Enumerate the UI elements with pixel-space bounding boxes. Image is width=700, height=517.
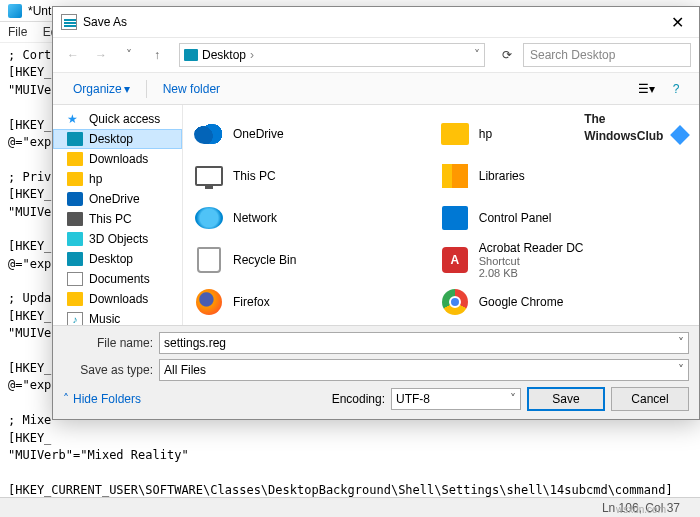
filename-input[interactable]: settings.reg ˅ bbox=[159, 332, 689, 354]
search-placeholder: Search Desktop bbox=[530, 48, 615, 62]
tree-item-quick-access[interactable]: ★Quick access bbox=[53, 109, 182, 129]
new-folder-label: New folder bbox=[163, 82, 220, 96]
tree-item-desktop[interactable]: Desktop bbox=[53, 129, 182, 149]
item-name: Recycle Bin bbox=[233, 253, 296, 267]
organize-button[interactable]: Organize ▾ bbox=[65, 79, 138, 99]
back-button[interactable]: ← bbox=[61, 43, 85, 67]
item-name: Acrobat Reader DC bbox=[479, 241, 584, 255]
list-item[interactable]: Firefox bbox=[187, 281, 433, 323]
desk-icon bbox=[67, 252, 83, 266]
tree-item-label: hp bbox=[89, 172, 102, 186]
save-as-dialog: Save As ✕ ← → ˅ ↑ Desktop › ˅ ⟳ Search D… bbox=[52, 6, 700, 420]
tree-item-label: Music bbox=[89, 312, 120, 325]
item-sub: Shortcut bbox=[479, 255, 584, 267]
address-dropdown-icon[interactable]: ˅ bbox=[474, 48, 480, 62]
toolbar: Organize ▾ New folder ☰▾ ? bbox=[53, 73, 699, 105]
tree-item-hp[interactable]: hp bbox=[53, 169, 182, 189]
tree-item-music[interactable]: ♪Music bbox=[53, 309, 182, 325]
separator bbox=[146, 80, 147, 98]
pc-icon bbox=[67, 212, 83, 226]
list-item[interactable]: OneDrive bbox=[187, 113, 433, 155]
new-folder-button[interactable]: New folder bbox=[155, 79, 228, 99]
help-button[interactable]: ? bbox=[665, 78, 687, 100]
dialog-title: Save As bbox=[83, 15, 127, 29]
desk-icon bbox=[67, 132, 83, 146]
saveastype-value: All Files bbox=[164, 363, 206, 377]
nav-row: ← → ˅ ↑ Desktop › ˅ ⟳ Search Desktop bbox=[53, 37, 699, 73]
up-button[interactable]: ↑ bbox=[145, 43, 169, 67]
tree-item-label: Downloads bbox=[89, 292, 148, 306]
file-list[interactable]: The WindowsClub OneDriveThis PCNetworkRe… bbox=[183, 105, 699, 325]
brand-line1: The bbox=[584, 112, 605, 126]
hp-icon bbox=[67, 172, 83, 186]
tree-item-onedrive[interactable]: OneDrive bbox=[53, 189, 182, 209]
dialog-icon bbox=[61, 14, 77, 30]
list-item[interactable]: Network bbox=[187, 197, 433, 239]
nav-tree[interactable]: ★Quick accessDesktopDownloadshpOneDriveT… bbox=[53, 105, 183, 325]
filename-label: File name: bbox=[63, 336, 153, 350]
brand-square-icon bbox=[670, 125, 690, 145]
list-item[interactable]: Libraries bbox=[433, 155, 679, 197]
dl-icon bbox=[67, 292, 83, 306]
list-item[interactable]: This PC bbox=[187, 155, 433, 197]
dl-icon bbox=[67, 152, 83, 166]
tree-item-this-pc[interactable]: This PC bbox=[53, 209, 182, 229]
tree-item-desktop[interactable]: Desktop bbox=[53, 249, 182, 269]
cp-icon bbox=[439, 202, 471, 234]
od-icon bbox=[67, 192, 83, 206]
net-icon bbox=[193, 202, 225, 234]
watermark: wsxdn.com bbox=[616, 504, 666, 515]
notepad-title: *Unt bbox=[28, 4, 51, 18]
organize-label: Organize bbox=[73, 82, 122, 96]
notepad-statusbar: Ln 106, Col 37 bbox=[0, 497, 700, 517]
tree-item-label: Documents bbox=[89, 272, 150, 286]
recent-dropdown[interactable]: ˅ bbox=[117, 43, 141, 67]
3d-icon bbox=[67, 232, 83, 246]
filename-value: settings.reg bbox=[164, 336, 226, 350]
tree-item-label: OneDrive bbox=[89, 192, 140, 206]
cancel-label: Cancel bbox=[631, 392, 668, 406]
tree-item-3d-objects[interactable]: 3D Objects bbox=[53, 229, 182, 249]
forward-button[interactable]: → bbox=[89, 43, 113, 67]
item-name: Firefox bbox=[233, 295, 270, 309]
list-item[interactable]: Control Panel bbox=[433, 197, 679, 239]
dropdown-icon[interactable]: ˅ bbox=[678, 363, 684, 377]
dropdown-icon[interactable]: ˅ bbox=[510, 392, 516, 406]
saveastype-select[interactable]: All Files ˅ bbox=[159, 359, 689, 381]
tree-item-label: Quick access bbox=[89, 112, 160, 126]
chevron-down-icon: ▾ bbox=[124, 82, 130, 96]
desktop-icon bbox=[184, 49, 198, 61]
hide-folders-button[interactable]: ˄ Hide Folders bbox=[63, 392, 141, 406]
bin-icon bbox=[193, 244, 225, 276]
encoding-label: Encoding: bbox=[332, 392, 385, 406]
dropdown-icon[interactable]: ˅ bbox=[678, 336, 684, 350]
list-item[interactable]: Google Chrome bbox=[433, 281, 679, 323]
item-name: Control Panel bbox=[479, 211, 552, 225]
tree-item-label: 3D Objects bbox=[89, 232, 148, 246]
tree-item-downloads[interactable]: Downloads bbox=[53, 149, 182, 169]
menu-file[interactable]: File bbox=[8, 25, 27, 39]
item-name: Google Chrome bbox=[479, 295, 564, 309]
search-input[interactable]: Search Desktop bbox=[523, 43, 691, 67]
brand-overlay: The WindowsClub bbox=[584, 111, 687, 143]
address-bar[interactable]: Desktop › ˅ bbox=[179, 43, 485, 67]
tree-item-documents[interactable]: Documents bbox=[53, 269, 182, 289]
lib-icon bbox=[439, 160, 471, 192]
item-name: OneDrive bbox=[233, 127, 284, 141]
brand-line2: WindowsClub bbox=[584, 129, 663, 143]
cancel-button[interactable]: Cancel bbox=[611, 387, 689, 411]
ff-icon bbox=[193, 286, 225, 318]
close-button[interactable]: ✕ bbox=[655, 7, 699, 37]
encoding-select[interactable]: UTF-8 ˅ bbox=[391, 388, 521, 410]
refresh-button[interactable]: ⟳ bbox=[495, 43, 519, 67]
thispc-icon bbox=[193, 160, 225, 192]
dialog-titlebar: Save As ✕ bbox=[53, 7, 699, 37]
tree-item-label: Downloads bbox=[89, 152, 148, 166]
view-options-button[interactable]: ☰▾ bbox=[635, 78, 657, 100]
tree-item-downloads[interactable]: Downloads bbox=[53, 289, 182, 309]
dialog-bottom: File name: settings.reg ˅ Save as type: … bbox=[53, 325, 699, 419]
tree-item-label: This PC bbox=[89, 212, 132, 226]
list-item[interactable]: AAcrobat Reader DCShortcut2.08 KB bbox=[433, 239, 679, 281]
save-button[interactable]: Save bbox=[527, 387, 605, 411]
list-item[interactable]: Recycle Bin bbox=[187, 239, 433, 281]
